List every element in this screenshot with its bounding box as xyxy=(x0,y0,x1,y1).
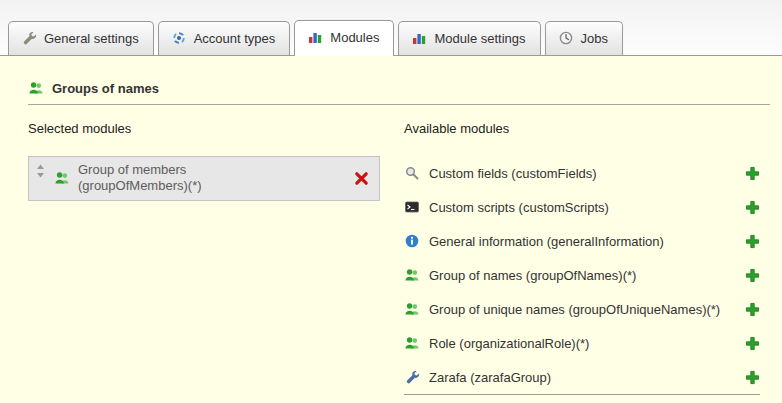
available-module-row: Zarafa (zarafaGroup) xyxy=(404,360,768,394)
tab-bar: General settings Account types Modules M… xyxy=(0,0,782,56)
tab-account-types[interactable]: Account types xyxy=(158,21,291,55)
available-module-row: General information (generalInformation) xyxy=(404,224,768,258)
group-icon xyxy=(404,335,420,351)
available-module-row: Group of unique names (groupOfUniqueName… xyxy=(404,292,768,326)
section-header: Groups of names xyxy=(28,80,770,105)
bar-chart-icon xyxy=(307,29,323,45)
add-module-button[interactable] xyxy=(745,200,760,215)
group-icon xyxy=(54,170,70,186)
tab-label: Modules xyxy=(330,30,379,45)
group-icon xyxy=(28,80,44,96)
bar-chart-icon xyxy=(411,30,427,46)
available-module-row: Custom scripts (customScripts) xyxy=(404,190,768,224)
selected-modules-heading: Selected modules xyxy=(28,121,404,136)
wrench-icon xyxy=(21,30,37,46)
available-module-label: Group of unique names (groupOfUniqueName… xyxy=(429,302,720,317)
modules-panel: Groups of names Selected modules Group o… xyxy=(0,56,782,403)
add-module-button[interactable] xyxy=(745,370,760,385)
search-icon xyxy=(404,165,420,181)
drag-handle-icon[interactable] xyxy=(35,164,46,178)
gear-icon xyxy=(171,30,187,46)
clock-icon xyxy=(558,30,574,46)
tab-module-settings[interactable]: Module settings xyxy=(398,21,540,55)
available-module-row: Group of names (groupOfNames)(*) xyxy=(404,258,768,292)
available-modules-heading: Available modules xyxy=(404,121,768,136)
available-module-label: Role (organizationalRole)(*) xyxy=(429,336,589,351)
info-icon xyxy=(404,233,420,249)
selected-modules-column: Selected modules Group of members (group… xyxy=(28,121,404,395)
tab-label: Module settings xyxy=(434,31,525,46)
tab-general-settings[interactable]: General settings xyxy=(8,21,154,55)
available-module-label: Group of names (groupOfNames)(*) xyxy=(429,268,636,283)
tab-label: Jobs xyxy=(581,31,608,46)
remove-module-button[interactable] xyxy=(354,171,369,186)
add-module-button[interactable] xyxy=(745,268,760,283)
tab-jobs[interactable]: Jobs xyxy=(545,21,623,55)
add-module-button[interactable] xyxy=(745,234,760,249)
available-module-row: Role (organizationalRole)(*) xyxy=(404,326,768,360)
page-title: Groups of names xyxy=(52,81,159,96)
tab-label: Account types xyxy=(194,31,276,46)
group-icon xyxy=(404,267,420,283)
add-module-button[interactable] xyxy=(745,336,760,351)
available-module-label: Custom fields (customFields) xyxy=(429,166,597,181)
script-icon xyxy=(404,199,420,215)
selected-module-label: Group of members (groupOfMembers)(*) xyxy=(78,162,228,195)
available-module-row: Custom fields (customFields) xyxy=(404,156,768,190)
selected-module-item[interactable]: Group of members (groupOfMembers)(*) xyxy=(28,156,380,201)
add-module-button[interactable] xyxy=(745,302,760,317)
add-module-button[interactable] xyxy=(745,166,760,181)
tab-modules[interactable]: Modules xyxy=(294,20,394,56)
wrench-icon xyxy=(404,369,420,385)
available-module-label: General information (generalInformation) xyxy=(429,234,664,249)
available-module-label: Zarafa (zarafaGroup) xyxy=(429,370,551,385)
list-divider xyxy=(404,394,760,395)
tab-label: General settings xyxy=(44,31,139,46)
available-module-label: Custom scripts (customScripts) xyxy=(429,200,609,215)
available-modules-column: Available modules Custom fields (customF… xyxy=(404,121,770,395)
group-icon xyxy=(404,301,420,317)
available-modules-list: Custom fields (customFields) Custom scri… xyxy=(404,156,768,395)
